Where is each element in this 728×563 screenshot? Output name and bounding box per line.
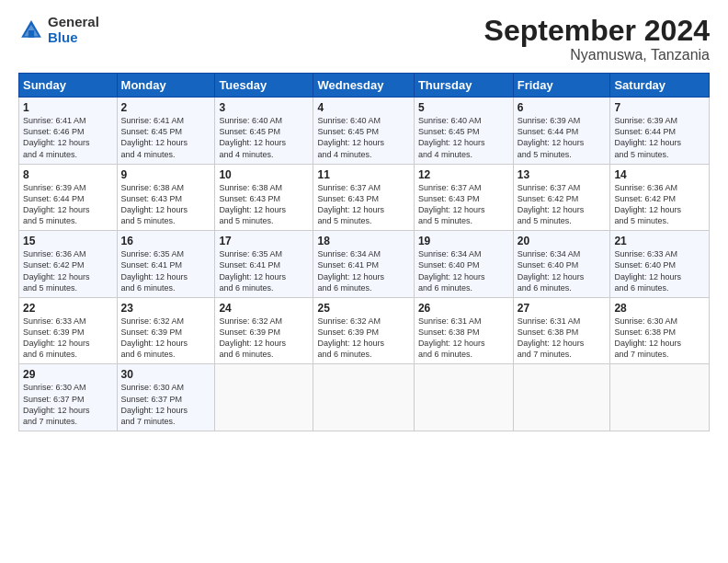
day-header-friday: Friday (513, 74, 610, 98)
cell-info: Sunrise: 6:35 AM Sunset: 6:41 PM Dayligh… (121, 248, 211, 293)
cell-info: Sunrise: 6:38 AM Sunset: 6:43 PM Dayligh… (219, 182, 309, 227)
cell-info: Sunrise: 6:40 AM Sunset: 6:45 PM Dayligh… (219, 115, 309, 160)
title-block: September 2024 Nyamuswa, Tanzania (484, 15, 710, 63)
week-row-3: 15Sunrise: 6:36 AM Sunset: 6:42 PM Dayli… (19, 231, 710, 298)
day-number: 17 (219, 235, 309, 247)
calendar-cell: 28Sunrise: 6:30 AM Sunset: 6:38 PM Dayli… (610, 297, 710, 364)
calendar-cell: 19Sunrise: 6:34 AM Sunset: 6:40 PM Dayli… (414, 231, 513, 298)
calendar-cell: 30Sunrise: 6:30 AM Sunset: 6:37 PM Dayli… (117, 364, 215, 431)
cell-info: Sunrise: 6:39 AM Sunset: 6:44 PM Dayligh… (23, 182, 113, 227)
cell-info: Sunrise: 6:37 AM Sunset: 6:43 PM Dayligh… (418, 182, 509, 227)
calendar-cell: 14Sunrise: 6:36 AM Sunset: 6:42 PM Dayli… (610, 164, 710, 231)
calendar-cell (513, 364, 610, 431)
day-number: 29 (23, 368, 113, 381)
cell-info: Sunrise: 6:34 AM Sunset: 6:40 PM Dayligh… (518, 248, 607, 293)
cell-info: Sunrise: 6:30 AM Sunset: 6:38 PM Dayligh… (614, 316, 705, 361)
calendar-title: September 2024 (484, 15, 710, 47)
day-number: 4 (317, 101, 409, 114)
page: General Blue September 2024 Nyamuswa, Ta… (0, 0, 728, 441)
day-header-tuesday: Tuesday (215, 74, 313, 98)
calendar-cell: 24Sunrise: 6:32 AM Sunset: 6:39 PM Dayli… (215, 297, 313, 364)
cell-info: Sunrise: 6:33 AM Sunset: 6:39 PM Dayligh… (23, 316, 113, 361)
cell-info: Sunrise: 6:31 AM Sunset: 6:38 PM Dayligh… (518, 316, 607, 361)
day-number: 9 (121, 168, 211, 181)
cell-info: Sunrise: 6:37 AM Sunset: 6:43 PM Dayligh… (317, 182, 409, 227)
calendar-cell: 26Sunrise: 6:31 AM Sunset: 6:38 PM Dayli… (414, 297, 513, 364)
day-number: 3 (219, 101, 309, 114)
calendar-subtitle: Nyamuswa, Tanzania (484, 47, 710, 63)
calendar-cell: 17Sunrise: 6:35 AM Sunset: 6:41 PM Dayli… (215, 231, 313, 298)
cell-info: Sunrise: 6:41 AM Sunset: 6:45 PM Dayligh… (121, 115, 211, 160)
cell-info: Sunrise: 6:39 AM Sunset: 6:44 PM Dayligh… (614, 115, 705, 160)
cell-info: Sunrise: 6:32 AM Sunset: 6:39 PM Dayligh… (219, 316, 309, 361)
cell-info: Sunrise: 6:35 AM Sunset: 6:41 PM Dayligh… (219, 248, 309, 293)
day-number: 25 (317, 302, 409, 315)
calendar-cell: 15Sunrise: 6:36 AM Sunset: 6:42 PM Dayli… (19, 231, 118, 298)
cell-info: Sunrise: 6:30 AM Sunset: 6:37 PM Dayligh… (121, 382, 211, 427)
calendar-cell: 5Sunrise: 6:40 AM Sunset: 6:45 PM Daylig… (414, 98, 513, 165)
day-number: 27 (518, 302, 607, 315)
day-header-thursday: Thursday (414, 74, 513, 98)
day-number: 12 (418, 168, 509, 181)
calendar-table: SundayMondayTuesdayWednesdayThursdayFrid… (18, 73, 710, 431)
day-number: 10 (219, 168, 309, 181)
cell-info: Sunrise: 6:33 AM Sunset: 6:40 PM Dayligh… (614, 248, 705, 293)
cell-info: Sunrise: 6:32 AM Sunset: 6:39 PM Dayligh… (121, 316, 211, 361)
calendar-cell: 10Sunrise: 6:38 AM Sunset: 6:43 PM Dayli… (215, 164, 313, 231)
calendar-cell (414, 364, 513, 431)
day-number: 23 (121, 302, 211, 315)
day-number: 14 (614, 168, 705, 181)
day-number: 5 (418, 101, 509, 114)
logo-text: General Blue (48, 15, 99, 45)
calendar-cell: 9Sunrise: 6:38 AM Sunset: 6:43 PM Daylig… (117, 164, 215, 231)
calendar-cell (215, 364, 313, 431)
day-number: 15 (23, 235, 113, 247)
calendar-cell: 16Sunrise: 6:35 AM Sunset: 6:41 PM Dayli… (117, 231, 215, 298)
calendar-cell: 7Sunrise: 6:39 AM Sunset: 6:44 PM Daylig… (610, 98, 710, 165)
logo-blue-text: Blue (48, 30, 99, 46)
calendar-cell: 3Sunrise: 6:40 AM Sunset: 6:45 PM Daylig… (215, 98, 313, 165)
svg-rect-2 (28, 30, 34, 38)
cell-info: Sunrise: 6:41 AM Sunset: 6:46 PM Dayligh… (23, 115, 113, 160)
day-number: 1 (23, 101, 113, 114)
calendar-cell: 12Sunrise: 6:37 AM Sunset: 6:43 PM Dayli… (414, 164, 513, 231)
day-number: 8 (23, 168, 113, 181)
day-number: 21 (614, 235, 705, 247)
day-header-sunday: Sunday (19, 74, 118, 98)
calendar-cell: 4Sunrise: 6:40 AM Sunset: 6:45 PM Daylig… (313, 98, 414, 165)
day-number: 6 (518, 101, 607, 114)
cell-info: Sunrise: 6:36 AM Sunset: 6:42 PM Dayligh… (23, 248, 113, 293)
cell-info: Sunrise: 6:38 AM Sunset: 6:43 PM Dayligh… (121, 182, 211, 227)
week-row-1: 1Sunrise: 6:41 AM Sunset: 6:46 PM Daylig… (19, 98, 710, 165)
day-number: 30 (121, 368, 211, 381)
calendar-cell: 27Sunrise: 6:31 AM Sunset: 6:38 PM Dayli… (513, 297, 610, 364)
calendar-cell (610, 364, 710, 431)
day-number: 26 (418, 302, 509, 315)
day-number: 22 (23, 302, 113, 315)
day-header-wednesday: Wednesday (313, 74, 414, 98)
day-number: 18 (317, 235, 409, 247)
calendar-cell: 22Sunrise: 6:33 AM Sunset: 6:39 PM Dayli… (19, 297, 118, 364)
header: General Blue September 2024 Nyamuswa, Ta… (18, 15, 710, 63)
cell-info: Sunrise: 6:36 AM Sunset: 6:42 PM Dayligh… (614, 182, 705, 227)
cell-info: Sunrise: 6:39 AM Sunset: 6:44 PM Dayligh… (518, 115, 607, 160)
cell-info: Sunrise: 6:34 AM Sunset: 6:40 PM Dayligh… (418, 248, 509, 293)
calendar-cell: 18Sunrise: 6:34 AM Sunset: 6:41 PM Dayli… (313, 231, 414, 298)
logo: General Blue (18, 15, 99, 45)
calendar-cell: 23Sunrise: 6:32 AM Sunset: 6:39 PM Dayli… (117, 297, 215, 364)
logo-general-text: General (48, 15, 99, 30)
week-row-5: 29Sunrise: 6:30 AM Sunset: 6:37 PM Dayli… (19, 364, 710, 431)
week-row-2: 8Sunrise: 6:39 AM Sunset: 6:44 PM Daylig… (19, 164, 710, 231)
day-header-saturday: Saturday (610, 74, 710, 98)
day-number: 19 (418, 235, 509, 247)
day-number: 16 (121, 235, 211, 247)
cell-info: Sunrise: 6:40 AM Sunset: 6:45 PM Dayligh… (418, 115, 509, 160)
week-row-4: 22Sunrise: 6:33 AM Sunset: 6:39 PM Dayli… (19, 297, 710, 364)
logo-icon (18, 17, 44, 43)
day-number: 2 (121, 101, 211, 114)
day-number: 24 (219, 302, 309, 315)
calendar-cell: 25Sunrise: 6:32 AM Sunset: 6:39 PM Dayli… (313, 297, 414, 364)
header-row: SundayMondayTuesdayWednesdayThursdayFrid… (19, 74, 710, 98)
calendar-cell: 2Sunrise: 6:41 AM Sunset: 6:45 PM Daylig… (117, 98, 215, 165)
cell-info: Sunrise: 6:32 AM Sunset: 6:39 PM Dayligh… (317, 316, 409, 361)
